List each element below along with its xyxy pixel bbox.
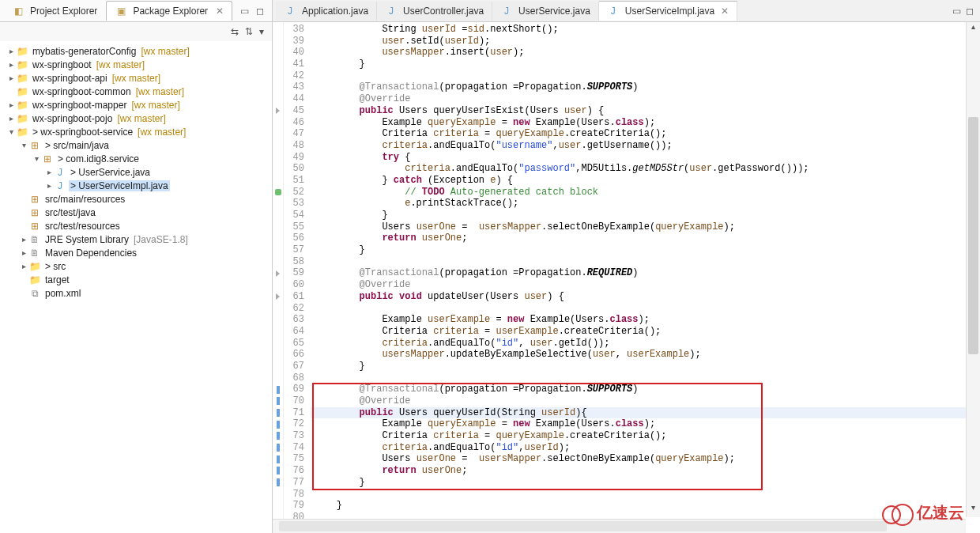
code-line[interactable]: Criteria criteria = queryExample.createC… [311, 128, 980, 140]
link-editor-icon[interactable]: ⇅ [245, 26, 253, 37]
tree-item[interactable]: ▸📁wx-springboot[wx master] [0, 58, 272, 71]
close-icon[interactable]: ✕ [216, 6, 224, 17]
code-line[interactable] [311, 489, 980, 501]
tree-item[interactable]: ▸⊞src/test/java [0, 206, 272, 219]
chevron-down-icon[interactable]: ▾ [32, 154, 41, 164]
folder-icon: 📁 [16, 126, 28, 138]
tree-item[interactable]: ▸⧉pom.xml [0, 286, 272, 300]
tree-item[interactable]: ▸⊞src/main/resources [0, 192, 272, 206]
code-line[interactable] [311, 303, 980, 315]
code-line[interactable]: Criteria criteria = queryExample.createC… [311, 430, 980, 442]
editor-tab[interactable]: JUserController.java [377, 2, 492, 21]
collapse-all-icon[interactable]: ⇆ [231, 26, 239, 37]
maximize-icon[interactable]: ◻ [254, 6, 266, 17]
scroll-thumb[interactable] [968, 117, 978, 354]
tree-item[interactable]: ▸J> UserService.java [0, 165, 272, 179]
code-line[interactable]: criteria.andEqualTo("id",userId); [311, 442, 980, 454]
chevron-right-icon[interactable]: ▸ [6, 47, 16, 56]
code-line[interactable]: Example userExample = new Example(Users.… [311, 314, 980, 326]
tree-item[interactable]: ▸🗎Maven Dependencies [0, 246, 272, 259]
code-line[interactable]: Example queryExample = new Example(Users… [311, 117, 980, 129]
code-line[interactable]: public Users queryUserId(String userId){ [311, 407, 980, 419]
code-line[interactable]: @Transactional(propagation =Propagation.… [311, 267, 980, 279]
code-line[interactable]: } [311, 361, 980, 372]
code-line[interactable]: usersMapper.insert(user); [311, 47, 980, 59]
view-menu-icon[interactable]: ▾ [259, 26, 264, 37]
package-tree[interactable]: ▸📁mybatis-generatorConfig[wx master]▸📁wx… [0, 41, 272, 533]
tree-item[interactable]: ▸J> UserServiceImpl.java [0, 179, 272, 192]
line-number: 65 [284, 338, 304, 350]
code-line[interactable]: @Transactional(propagation =Propagation.… [311, 384, 980, 395]
project-explorer-tab[interactable]: ◧ Project Explorer [3, 1, 106, 21]
tree-item[interactable]: ▸📁> src [0, 259, 272, 273]
editor-tab[interactable]: JApplication.java [276, 2, 377, 21]
code-line[interactable]: // TODO Auto-generated catch block [311, 187, 980, 198]
code-line[interactable]: @Override [311, 279, 980, 291]
code-line[interactable]: return userOne; [311, 232, 980, 244]
code-line[interactable]: } catch (Exception e) { [311, 175, 980, 187]
code-line[interactable]: } [311, 477, 980, 489]
horizontal-scrollbar[interactable] [273, 519, 966, 533]
chevron-right-icon[interactable]: ▸ [44, 168, 54, 177]
code-line[interactable]: public Users queryUserIsExist(Users user… [311, 105, 980, 117]
code-line[interactable]: return userOne; [311, 465, 980, 477]
editor-tab[interactable]: JUserServiceImpl.java✕ [599, 1, 737, 21]
package-explorer-tab[interactable]: ▣ Package Explorer ✕ [106, 1, 232, 21]
code-line[interactable] [311, 372, 980, 384]
code-area[interactable]: String userId =sid.nextShort(); user.set… [311, 22, 980, 533]
chevron-right-icon[interactable]: ▸ [19, 248, 28, 258]
tree-item[interactable]: ▸⊞src/test/resources [0, 219, 272, 232]
minimize-editor-icon[interactable]: ▭ [952, 6, 961, 17]
tree-item[interactable]: ▸📁mybatis-generatorConfig[wx master] [0, 44, 272, 58]
code-line[interactable]: criteria.andEqualTo("password",MD5Utils.… [311, 163, 980, 175]
vertical-scrollbar[interactable]: ▴ ▾ [966, 22, 980, 517]
code-line[interactable]: criteria.andEqualTo("username",user.getU… [311, 140, 980, 152]
code-line[interactable] [311, 70, 980, 82]
code-line[interactable]: usersMapper.updateByExampleSelective(use… [311, 349, 980, 361]
code-line[interactable]: e.printStackTrace(); [311, 198, 980, 210]
code-line[interactable]: criteria.andEqualTo("id", user.getId()); [311, 338, 980, 350]
code-line[interactable]: } [311, 500, 980, 512]
tree-item[interactable]: ▸📁target [0, 273, 272, 286]
code-line[interactable]: Criteria criteria = userExample.createCr… [311, 326, 980, 338]
tree-item[interactable]: ▸📁wx-springboot-api[wx master] [0, 71, 272, 85]
logo-text: 亿速云 [917, 502, 964, 524]
editor-tab[interactable]: JUserService.java [492, 2, 599, 21]
code-line[interactable]: Users userOne = usersMapper.selectOneByE… [311, 453, 980, 465]
code-line[interactable]: @Override [311, 93, 980, 105]
code-line[interactable]: try { [311, 152, 980, 164]
chevron-right-icon[interactable]: ▸ [6, 60, 16, 70]
code-line[interactable]: public void updateUser(Users user) { [311, 291, 980, 303]
code-line[interactable]: Users userOne = usersMapper.selectOneByE… [311, 221, 980, 233]
chevron-right-icon[interactable]: ▸ [19, 235, 28, 244]
chevron-right-icon[interactable]: ▸ [44, 181, 54, 191]
chevron-right-icon[interactable]: ▸ [6, 74, 16, 83]
chevron-right-icon[interactable]: ▸ [6, 114, 16, 123]
scroll-thumb[interactable] [279, 521, 887, 531]
code-line[interactable]: @Transactional(propagation =Propagation.… [311, 81, 980, 93]
code-line[interactable]: @Override [311, 395, 980, 407]
minimize-icon[interactable]: ▭ [239, 6, 250, 17]
tree-item[interactable]: ▸🗎JRE System Library[JavaSE-1.8] [0, 232, 272, 246]
chevron-right-icon[interactable]: ▸ [19, 262, 28, 271]
tree-item[interactable]: ▸📁wx-springboot-common[wx master] [0, 85, 272, 98]
project-explorer-label: Project Explorer [30, 6, 97, 17]
tree-item[interactable]: ▾📁> wx-springboot-service[wx master] [0, 125, 272, 138]
code-line[interactable]: user.setId(userId); [311, 36, 980, 47]
code-line[interactable] [311, 256, 980, 268]
chevron-right-icon[interactable]: ▸ [6, 100, 16, 110]
tree-item[interactable]: ▸📁wx-springboot-mapper[wx master] [0, 98, 272, 112]
tree-item[interactable]: ▾⊞> src/main/java [0, 138, 272, 152]
chevron-down-icon[interactable]: ▾ [19, 141, 28, 150]
code-line[interactable]: } [311, 244, 980, 256]
code-line[interactable]: Example queryExample = new Example(Users… [311, 418, 980, 430]
chevron-down-icon[interactable]: ▾ [6, 127, 16, 137]
code-line[interactable]: } [311, 210, 980, 221]
tree-item[interactable]: ▸📁wx-springboot-pojo[wx master] [0, 112, 272, 125]
tree-item[interactable]: ▾⊞> com.idig8.service [0, 152, 272, 165]
maximize-editor-icon[interactable]: ◻ [966, 6, 974, 17]
code-line[interactable]: } [311, 59, 980, 70]
code-line[interactable]: String userId =sid.nextShort(); [311, 24, 980, 36]
close-icon[interactable]: ✕ [721, 6, 729, 17]
line-number: 67 [284, 361, 304, 372]
